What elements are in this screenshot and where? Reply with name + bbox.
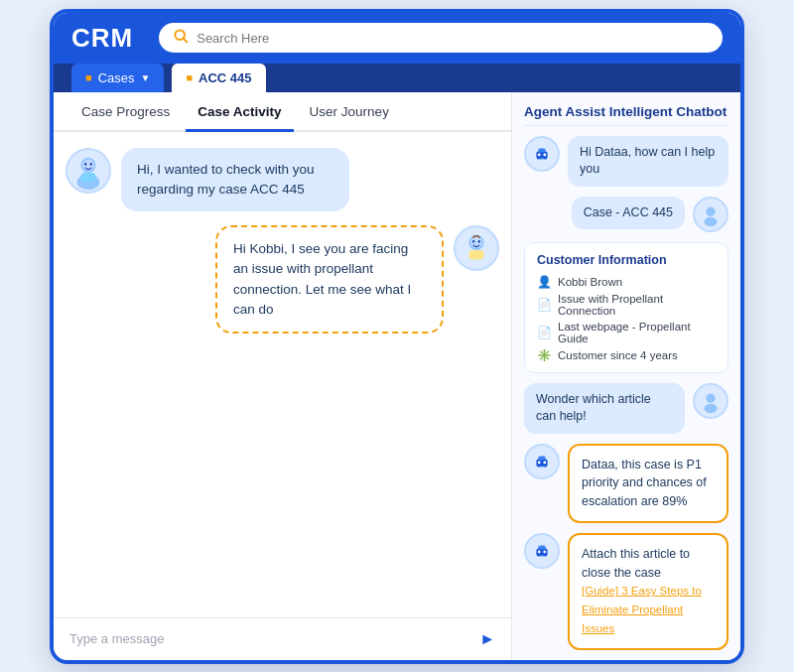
chatbot-row: Hi Dataa, how can I help you [524, 136, 728, 187]
crm-logo: CRM [71, 23, 133, 54]
chatbot-row: Attach this article to close the case [G… [524, 533, 728, 650]
svg-rect-27 [538, 456, 545, 460]
svg-line-1 [184, 39, 188, 43]
svg-point-11 [478, 240, 480, 243]
app-frame: CRM ■ Cases ▼ ■ ACC 445 [50, 9, 744, 664]
svg-point-17 [543, 153, 546, 156]
cases-icon: ■ [85, 71, 92, 83]
chatbot-row: Case - ACC 445 [524, 197, 728, 232]
user-avatar-small [693, 383, 728, 419]
main-content: Case Progress Case Activity User Journey [54, 92, 740, 660]
person-icon: 👤 [537, 275, 552, 289]
customer-row: ✳️ Customer since 4 years [537, 348, 716, 362]
bot-bubble: Wonder which article can help! [524, 383, 685, 434]
doc-icon: 📄 [537, 298, 552, 312]
search-input[interactable] [197, 31, 709, 46]
acc-icon: ■ [186, 71, 193, 83]
message-bubble-outlined: Hi Kobbi, I see you are facing an issue … [215, 225, 444, 334]
article-link[interactable]: [Guide] 3 Easy Steps to Eliminate Propel… [582, 585, 702, 634]
chat-row: Hi Kobbi, I see you are facing an issue … [66, 225, 499, 334]
avatar [66, 148, 111, 194]
bot-bubble: Case - ACC 445 [572, 197, 685, 230]
cases-dropdown-icon[interactable]: ▼ [141, 72, 151, 83]
svg-point-5 [84, 162, 86, 165]
svg-point-35 [543, 550, 546, 553]
type-bar: Type a message ► [54, 617, 511, 660]
customer-row: 📄 Issue with Propellant Connection [537, 293, 716, 317]
tab-bar: ■ Cases ▼ ■ ACC 445 [54, 64, 740, 92]
bot-bubble: Hi Dataa, how can I help you [568, 136, 728, 187]
bot-avatar [524, 136, 560, 172]
customer-row: 👤 Kobbi Brown [537, 275, 716, 289]
svg-rect-36 [539, 555, 545, 556]
left-panel: Case Progress Case Activity User Journey [54, 92, 512, 660]
chat-row: Hi, I wanted to check with you regarding… [66, 148, 499, 212]
customer-row: 📄 Last webpage - Propellant Guide [537, 321, 716, 344]
chatbot-row: Dataa, this case is P1 priority and chan… [524, 444, 728, 523]
avatar [454, 225, 499, 271]
search-icon [173, 28, 189, 48]
svg-rect-12 [468, 250, 483, 260]
message-bubble: Hi, I wanted to check with you regarding… [121, 148, 349, 212]
svg-rect-18 [539, 158, 545, 159]
send-button[interactable]: ► [479, 630, 495, 648]
svg-rect-33 [538, 545, 545, 549]
customer-info-box: Customer Information 👤 Kobbi Brown 📄 Iss… [524, 242, 728, 373]
chat-area: Hi, I wanted to check with you regarding… [54, 132, 511, 617]
doc-icon-2: 📄 [537, 326, 552, 339]
priority-bubble: Dataa, this case is P1 priority and chan… [568, 444, 728, 523]
svg-point-10 [472, 240, 474, 243]
svg-point-29 [543, 461, 546, 464]
panel-title: Agent Assist Intelligent Chatbot [524, 104, 728, 126]
svg-point-21 [704, 216, 717, 225]
svg-rect-30 [539, 466, 545, 467]
article-bubble: Attach this article to close the case [G… [568, 533, 728, 650]
bot-avatar-2 [524, 444, 560, 479]
svg-rect-15 [538, 148, 545, 152]
user-avatar-small [693, 197, 728, 232]
acc-label: ACC 445 [198, 70, 251, 85]
tab-case-progress[interactable]: Case Progress [69, 92, 182, 132]
right-panel: Agent Assist Intelligent Chatbot H [512, 92, 740, 660]
tab-acc[interactable]: ■ ACC 445 [172, 64, 265, 92]
bot-avatar-3 [524, 533, 560, 569]
svg-point-6 [90, 162, 92, 165]
tab-cases[interactable]: ■ Cases ▼ [71, 64, 164, 92]
svg-point-24 [704, 403, 717, 412]
type-placeholder: Type a message [69, 631, 164, 646]
chatbot-row: Wonder which article can help! [524, 383, 728, 434]
cases-label: Cases [98, 70, 135, 85]
top-bar: CRM [54, 13, 740, 64]
search-bar [159, 23, 723, 53]
svg-point-20 [706, 206, 715, 215]
svg-rect-7 [80, 172, 95, 182]
app-inner: CRM ■ Cases ▼ ■ ACC 445 [54, 13, 740, 660]
tab-case-activity[interactable]: Case Activity [186, 92, 293, 132]
svg-point-23 [706, 393, 715, 402]
tab-user-journey[interactable]: User Journey [298, 92, 401, 132]
svg-point-28 [538, 461, 541, 464]
customer-info-title: Customer Information [537, 253, 716, 267]
svg-point-34 [538, 550, 541, 553]
sub-tabs: Case Progress Case Activity User Journey [54, 92, 511, 132]
svg-point-16 [538, 153, 541, 156]
star-icon: ✳️ [537, 348, 552, 362]
